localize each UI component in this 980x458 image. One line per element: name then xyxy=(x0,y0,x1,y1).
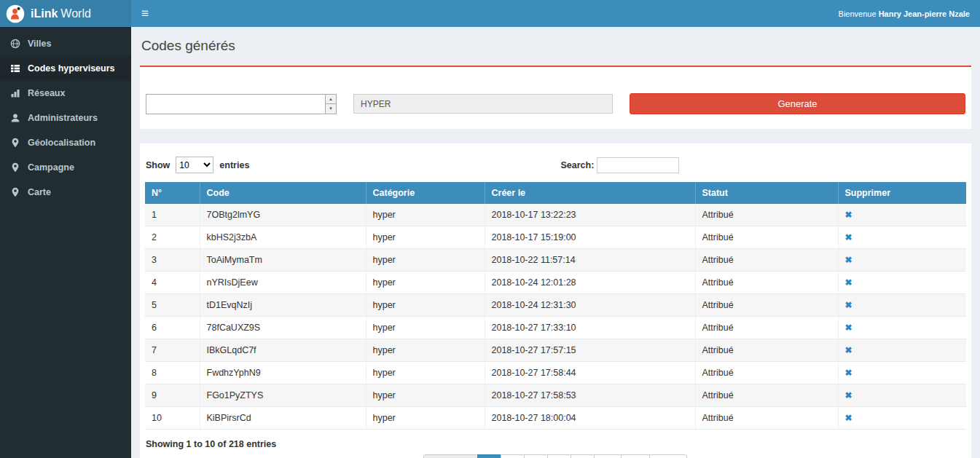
top-bar: iLinkWorld ≡ Bienvenue Hanry Jean-pierre… xyxy=(0,0,980,27)
map-marker-icon xyxy=(10,187,20,197)
sidebar-item-label: Réseaux xyxy=(28,88,65,98)
category-cell: hyper xyxy=(366,384,485,407)
sidebar-item-label: Codes hyperviseurs xyxy=(28,63,115,74)
hamburger-icon[interactable]: ≡ xyxy=(141,7,149,20)
sidebar-item-label: Géolocalisation xyxy=(28,138,95,148)
sidebar-item-geolocalisation[interactable]: Géolocalisation xyxy=(0,130,131,155)
generate-button[interactable]: Generate xyxy=(630,93,965,114)
pagination-previous[interactable]: Previous xyxy=(423,454,478,458)
delete-icon[interactable]: ✖ xyxy=(845,232,852,242)
row-number-cell: 1 xyxy=(145,204,200,226)
table-row: 8FwdhzYphN9hyper2018-10-27 17:58:44Attri… xyxy=(145,362,966,384)
stepper-up-icon[interactable]: ▲ xyxy=(326,95,336,105)
sidebar-item-campagne[interactable]: Campagne xyxy=(0,155,131,180)
codes-table-panel: Show 10 entries Search: N° Code Catég xyxy=(140,143,971,458)
quantity-input[interactable] xyxy=(146,95,324,114)
sidebar-item-reseaux[interactable]: Réseaux xyxy=(0,81,131,106)
status-cell: Attribué xyxy=(695,249,838,272)
pagination-ellipsis: … xyxy=(594,454,622,458)
table-header-row: N° Code Catégorie Créer le Statut Suppri… xyxy=(145,182,966,204)
sidebar-item-label: Villes xyxy=(28,39,51,49)
sidebar-item-label: Carte xyxy=(28,187,51,197)
row-number-cell: 3 xyxy=(145,249,200,272)
delete-icon[interactable]: ✖ xyxy=(845,390,852,400)
stepper-down-icon[interactable]: ▼ xyxy=(326,104,336,114)
user-name[interactable]: Hanry Jean-pierre Nzale xyxy=(879,9,970,18)
search-input[interactable] xyxy=(597,157,679,173)
created-cell: 2018-10-17 15:19:00 xyxy=(485,226,695,249)
column-header-num[interactable]: N° xyxy=(145,182,200,204)
delete-icon[interactable]: ✖ xyxy=(845,323,852,333)
sidebar-item-carte[interactable]: Carte xyxy=(0,180,131,205)
delete-icon[interactable]: ✖ xyxy=(845,300,852,310)
delete-icon[interactable]: ✖ xyxy=(845,255,852,265)
pagination-page-22[interactable]: 22 xyxy=(621,454,650,458)
created-cell: 2018-10-24 12:01:28 xyxy=(485,272,695,294)
column-header-delete[interactable]: Supprimer xyxy=(838,182,966,204)
status-cell: Attribué xyxy=(695,407,838,430)
generate-form: ▲ ▼ Generate xyxy=(140,67,971,129)
category-cell: hyper xyxy=(366,317,485,339)
sidebar-item-codes-hyperviseurs[interactable]: Codes hyperviseurs xyxy=(0,56,131,81)
delete-cell: ✖ xyxy=(838,294,966,317)
delete-cell: ✖ xyxy=(838,226,966,249)
delete-icon[interactable]: ✖ xyxy=(845,413,852,423)
created-cell: 2018-10-27 17:33:10 xyxy=(485,317,695,339)
page-length-control: Show 10 entries xyxy=(146,157,556,173)
table-controls: Show 10 entries Search: xyxy=(146,157,965,173)
delete-icon[interactable]: ✖ xyxy=(845,345,852,355)
brand-name-bold: iLink xyxy=(31,7,58,20)
created-cell: 2018-10-27 17:58:53 xyxy=(485,384,695,407)
welcome-text: Bienvenue Hanry Jean-pierre Nzale xyxy=(839,9,970,18)
category-cell: hyper xyxy=(366,362,485,384)
column-header-status[interactable]: Statut xyxy=(695,182,838,204)
delete-cell: ✖ xyxy=(838,249,966,272)
column-header-code[interactable]: Code xyxy=(200,182,366,204)
delete-cell: ✖ xyxy=(838,339,966,362)
user-icon xyxy=(10,113,20,123)
row-number-cell: 10 xyxy=(145,407,200,430)
pagination-page-5[interactable]: 5 xyxy=(571,454,595,458)
delete-cell: ✖ xyxy=(838,384,966,407)
category-cell: hyper xyxy=(366,249,485,272)
sidebar: Villes Codes hyperviseurs Réseaux Admini… xyxy=(0,27,131,458)
column-header-category[interactable]: Catégorie xyxy=(366,182,485,204)
category-cell: hyper xyxy=(366,226,485,249)
sidebar-item-villes[interactable]: Villes xyxy=(0,31,131,56)
table-row: 678fCaUXZ9Shyper2018-10-27 17:33:10Attri… xyxy=(145,317,966,339)
delete-icon[interactable]: ✖ xyxy=(845,210,852,220)
pagination-page-2[interactable]: 2 xyxy=(501,454,525,458)
sidebar-item-administrateurs[interactable]: Administrateurs xyxy=(0,106,131,130)
created-cell: 2018-10-24 12:31:30 xyxy=(485,294,695,317)
code-cell: ToAiMymaTm xyxy=(200,249,366,272)
pagination-page-1[interactable]: 1 xyxy=(477,454,501,458)
pagination-next[interactable]: Next xyxy=(649,454,687,458)
pagination-page-4[interactable]: 4 xyxy=(547,454,571,458)
codes-table: N° Code Catégorie Créer le Statut Suppri… xyxy=(145,182,966,430)
code-cell: KiBPirsrCd xyxy=(200,407,366,430)
created-cell: 2018-10-22 11:57:14 xyxy=(485,249,695,272)
globe-icon xyxy=(10,39,20,49)
column-header-created[interactable]: Créer le xyxy=(485,182,695,204)
delete-icon[interactable]: ✖ xyxy=(845,277,852,288)
delete-cell: ✖ xyxy=(838,204,966,226)
table-info: Showing 1 to 10 of 218 entries xyxy=(146,439,965,449)
table-row: 7IBkGLqdC7fhyper2018-10-27 17:57:15Attri… xyxy=(145,339,966,362)
brand-logo[interactable]: iLinkWorld xyxy=(0,0,131,27)
page-length-select[interactable]: 10 xyxy=(176,157,213,173)
code-cell: kbHS2j3zbA xyxy=(200,226,366,249)
quantity-stepper: ▲ ▼ xyxy=(325,95,336,114)
entries-label: entries xyxy=(219,160,249,170)
code-cell: FGo1PyZTYS xyxy=(200,384,366,407)
delete-cell: ✖ xyxy=(838,407,966,430)
category-cell: hyper xyxy=(366,294,485,317)
status-cell: Attribué xyxy=(695,339,838,362)
delete-icon[interactable]: ✖ xyxy=(845,368,852,378)
row-number-cell: 4 xyxy=(145,272,200,294)
created-cell: 2018-10-27 17:58:44 xyxy=(485,362,695,384)
category-cell: hyper xyxy=(366,204,485,226)
pagination-page-3[interactable]: 3 xyxy=(524,454,548,458)
row-number-cell: 8 xyxy=(145,362,200,384)
code-cell: nYRIsDjEew xyxy=(200,272,366,294)
row-number-cell: 2 xyxy=(145,226,200,249)
